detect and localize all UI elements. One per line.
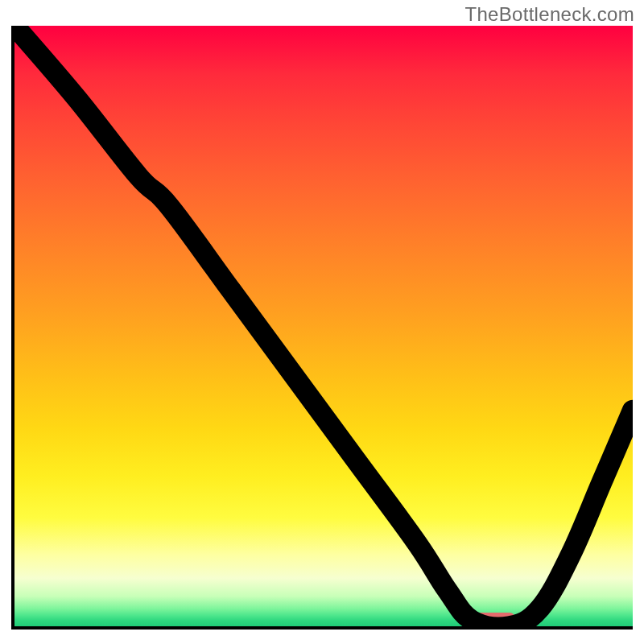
- bottleneck-curve: [14, 26, 633, 626]
- plot-area: [11, 26, 633, 630]
- watermark-text: TheBottleneck.com: [464, 3, 634, 26]
- curve-path: [14, 26, 633, 626]
